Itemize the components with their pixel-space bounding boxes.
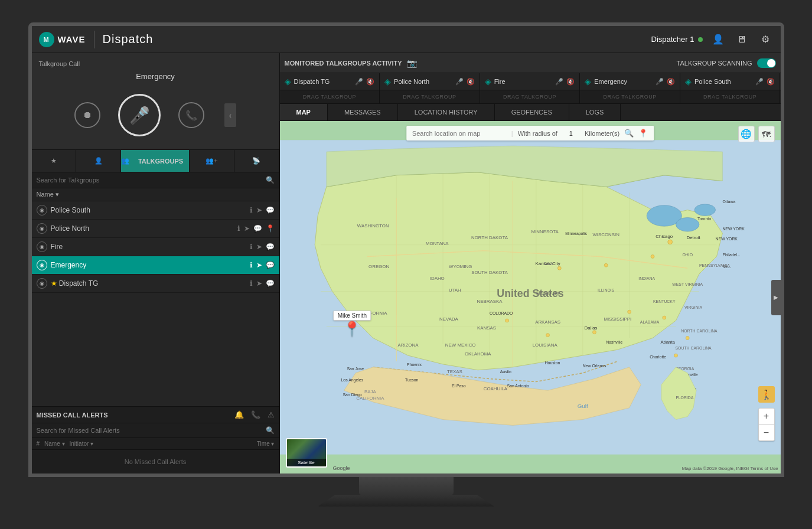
channel-mic-icon[interactable]: 🎤 (455, 78, 464, 86)
channel-name: Fire (494, 78, 553, 85)
tab-group-manage[interactable]: 👥+ (190, 150, 234, 172)
drag-zone-4[interactable]: DRAG TALKGROUP (580, 90, 680, 103)
record-button[interactable]: ⏺ (74, 102, 100, 128)
tg-info-icon[interactable]: ℹ (250, 206, 253, 214)
monitor-icon-btn[interactable]: 🖥 (733, 31, 750, 48)
svg-text:WEST VIRGINIA: WEST VIRGINIA (672, 282, 703, 286)
channel-mute-icon[interactable]: 🔇 (667, 78, 675, 86)
tg-info-icon[interactable]: ℹ (237, 224, 240, 233)
tg-send-icon[interactable]: ➤ (256, 243, 262, 251)
tg-send-icon[interactable]: ➤ (256, 261, 262, 269)
tab-messages[interactable]: MESSAGES (328, 104, 398, 120)
map-search-input[interactable] (412, 130, 507, 137)
user-icon-btn[interactable]: 👤 (710, 31, 726, 48)
talkgroups-search-input[interactable] (37, 177, 266, 184)
table-row[interactable]: ◉ Emergency ℹ ➤ 💬 (32, 256, 279, 275)
tg-location-icon[interactable]: 📍 (266, 224, 275, 233)
tg-send-icon[interactable]: ➤ (256, 206, 262, 214)
map-globe-btn[interactable]: 🌐 (738, 126, 755, 142)
tg-actions: ℹ ➤ 💬 📍 (237, 224, 275, 233)
table-row[interactable]: ◉ ★ Dispatch TG ℹ ➤ 💬 (32, 275, 279, 293)
tab-logs[interactable]: LOGS (569, 104, 621, 120)
search-icon: 🔍 (266, 176, 275, 184)
header-right: Dispatcher 1 👤 🖥 ⚙ (651, 31, 774, 48)
channel-mute-icon[interactable]: 🔇 (467, 78, 475, 86)
tg-info-icon[interactable]: ℹ (250, 261, 253, 269)
scanning-toggle[interactable] (757, 58, 776, 68)
drag-zone-2[interactable]: DRAG TALKGROUP (380, 90, 480, 103)
svg-text:Houston: Houston (544, 361, 560, 365)
table-row[interactable]: ◉ Police South ℹ ➤ 💬 (32, 201, 279, 220)
tg-chat-icon[interactable]: 💬 (266, 243, 275, 251)
zoom-in-btn[interactable]: + (758, 408, 775, 424)
channel-mute-icon[interactable]: 🔇 (566, 78, 575, 86)
tab-geofences[interactable]: GEOFENCES (495, 104, 569, 120)
tg-send-icon[interactable]: ➤ (244, 224, 250, 233)
missed-calls-phone-icon[interactable]: 📞 (251, 410, 260, 419)
tg-chat-icon[interactable]: 💬 (266, 206, 275, 214)
missed-calls-search-icon: 🔍 (266, 426, 275, 435)
tab-contacts[interactable]: 👤 (76, 150, 121, 172)
channel-mic-icon[interactable]: 🎤 (755, 78, 764, 86)
table-row[interactable]: ◉ Fire ℹ ➤ 💬 (32, 238, 279, 256)
tab-favorites[interactable]: ★ (32, 150, 77, 172)
radius-input[interactable] (562, 130, 580, 137)
tg-info-icon[interactable]: ℹ (250, 279, 253, 288)
table-row[interactable]: ◉ Police North ℹ ➤ 💬 📍 (32, 220, 279, 238)
channel-mute-icon[interactable]: 🔇 (767, 78, 775, 86)
channel-mic-icon[interactable]: 🎤 (555, 78, 563, 86)
tg-send-icon[interactable]: ➤ (256, 279, 262, 288)
channel-nav-icon: ◈ (685, 77, 692, 86)
svg-text:NORTH DAKOTA: NORTH DAKOTA (471, 235, 508, 240)
camera-icon[interactable]: 📷 (407, 58, 417, 68)
map-layers-btn[interactable]: 🗺 (758, 126, 775, 142)
collapse-call-button[interactable]: ‹ (224, 103, 236, 127)
tab-talkgroups[interactable]: 👥 TALKGROUPS (121, 150, 190, 172)
map-collapse-btn[interactable]: ▶ (771, 280, 781, 315)
radius-pin-icon[interactable]: 📍 (638, 129, 648, 138)
map-tabs: MAP MESSAGES LOCATION HISTORY GEOFENCES … (280, 104, 781, 121)
channel-mic-icon[interactable]: 🎤 (355, 78, 363, 86)
map-person-icon[interactable]: 🚶 (758, 386, 775, 403)
end-call-button[interactable]: 📞 (178, 102, 204, 128)
drag-zone-3[interactable]: DRAG TALKGROUP (480, 90, 581, 103)
tab-location-history[interactable]: LOCATION HISTORY (398, 104, 495, 120)
svg-point-21 (662, 316, 666, 319)
channel-mic-icon[interactable]: 🎤 (656, 78, 664, 86)
monitor-screen: M WAVE Dispatch Dispatcher 1 👤 🖥 ⚙ (28, 22, 784, 477)
header-user: Dispatcher 1 (651, 35, 703, 44)
missed-calls-alert-icon[interactable]: ⚠ (268, 410, 275, 419)
settings-icon-btn[interactable]: ⚙ (757, 31, 774, 48)
channel-mute-icon[interactable]: 🔇 (366, 78, 374, 86)
map-marker-mike-smith[interactable]: Mike Smith 📍 (334, 311, 371, 336)
tab-scan[interactable]: 📡 (234, 150, 279, 172)
missed-calls-icons: 🔔 📞 ⚠ (234, 410, 275, 419)
drag-zone-5[interactable]: DRAG TALKGROUP (680, 90, 781, 103)
svg-text:SOUTH CAROLINA: SOUTH CAROLINA (675, 346, 712, 350)
tg-channel-police-north[interactable]: ◈ Police North 🎤 🔇 (380, 73, 480, 90)
tg-actions: ℹ ➤ 💬 (250, 279, 275, 288)
missed-calls-search-input[interactable] (37, 427, 266, 434)
tg-channel-fire[interactable]: ◈ Fire 🎤 🔇 (480, 73, 581, 90)
tg-chat-icon[interactable]: 💬 (266, 261, 275, 269)
talkgroups-tab-icon: 👥 (121, 157, 129, 165)
tg-channel-police-south[interactable]: ◈ Police South 🎤 🔇 (680, 73, 781, 90)
svg-text:SOUTH DAKOTA: SOUTH DAKOTA (471, 270, 508, 275)
satellite-thumbnail[interactable]: Satellite (286, 438, 327, 468)
tg-chat-icon[interactable]: 💬 (253, 224, 262, 233)
zoom-out-btn[interactable]: − (758, 424, 775, 441)
drag-zone-1[interactable]: DRAG TALKGROUP (280, 90, 380, 103)
tg-channel-dispatch[interactable]: ◈ Dispatch TG 🎤 🔇 (280, 73, 380, 90)
svg-text:MINNESOTA: MINNESOTA (531, 229, 559, 234)
svg-point-15 (604, 263, 608, 267)
channel-name: Police North (394, 78, 452, 85)
scanning-label: TALKGROUP SCANNING (677, 60, 752, 67)
radius-search-icon[interactable]: 🔍 (624, 129, 634, 138)
mic-button[interactable]: 🎤 (118, 94, 161, 136)
tg-info-icon[interactable]: ℹ (250, 243, 253, 251)
tg-channel-emergency[interactable]: ◈ Emergency 🎤 🔇 (580, 73, 680, 90)
tg-chat-icon[interactable]: 💬 (266, 279, 275, 288)
tab-map[interactable]: MAP (280, 104, 328, 120)
svg-text:KANSAS: KANSAS (477, 325, 496, 331)
missed-calls-bell-icon[interactable]: 🔔 (234, 410, 244, 419)
